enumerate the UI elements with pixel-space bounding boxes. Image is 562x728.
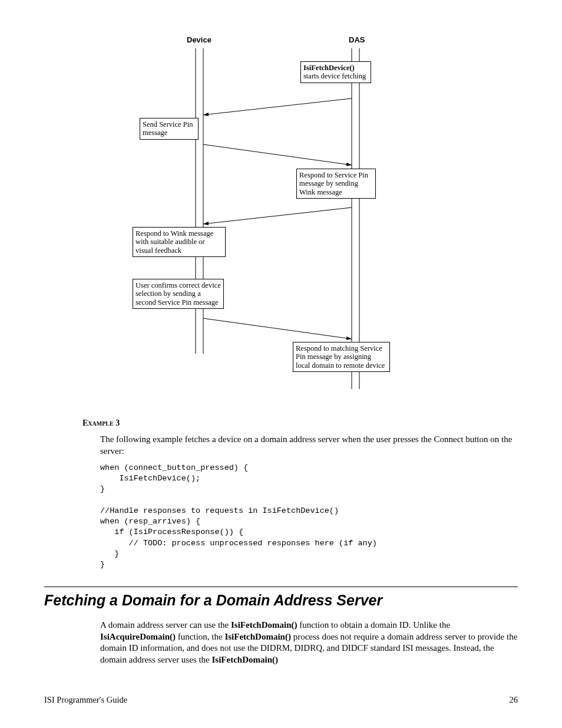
example-title: Example 3 — [82, 419, 518, 428]
col-header-das: DAS — [349, 35, 365, 44]
page-footer: ISI Programmer's Guide 26 — [44, 695, 518, 705]
section-paragraph: A domain address server can use the IsiF… — [100, 620, 518, 666]
fn-isifetchdomain: IsiFetchDomain() — [224, 632, 291, 641]
step-box-assign-domain: Respond to matching Service Pin message … — [293, 342, 390, 372]
col-header-device: Device — [187, 35, 211, 44]
svg-line-5 — [203, 144, 352, 165]
fn-isifetchdomain: IsiFetchDomain() — [212, 655, 279, 664]
para-frag: A domain address server can use the — [100, 620, 231, 630]
step-box-wink-feedback: Respond to Wink message with suitable au… — [133, 227, 226, 257]
sequence-diagram: Device DAS IsiFetchDevice() starts devic… — [128, 35, 434, 401]
svg-line-6 — [203, 207, 352, 224]
para-frag: function, the — [176, 632, 224, 641]
step-box-confirm: User confirms correct device selection b… — [133, 279, 224, 309]
svg-line-4 — [203, 98, 352, 115]
section-heading: Fetching a Domain for a Domain Address S… — [44, 592, 518, 609]
para-frag: function to obtain a domain ID. Unlike t… — [297, 620, 451, 630]
section-rule — [44, 587, 518, 587]
step-box-send-svc-pin: Send Service Pin message — [140, 118, 199, 140]
svg-line-7 — [203, 318, 352, 339]
footer-left: ISI Programmer's Guide — [44, 695, 127, 705]
code-block: when (connect_button_pressed) { IsiFetch… — [100, 463, 518, 570]
fn-isifetchdomain: IsiFetchDomain() — [231, 620, 297, 630]
example-intro: The following example fetches a device o… — [100, 434, 518, 457]
step-box-wink: Respond to Service Pin message by sendin… — [296, 169, 376, 199]
footer-pagenum: 26 — [510, 695, 518, 705]
fn-isiacquiredomain: IsiAcquireDomain() — [100, 632, 176, 641]
step-box-fetch: IsiFetchDevice() starts device fetching — [300, 61, 371, 83]
